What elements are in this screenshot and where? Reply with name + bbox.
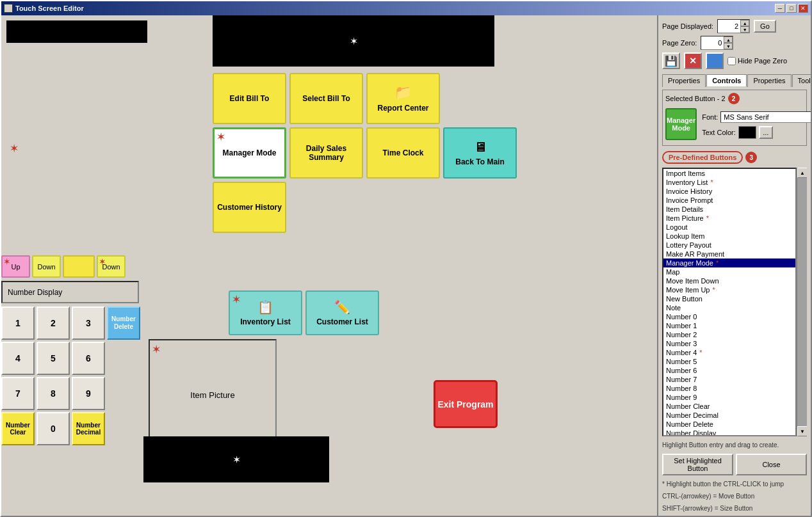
numpad-0[interactable]: 0 xyxy=(37,412,70,445)
predefined-list-item[interactable]: New Button xyxy=(663,294,795,303)
numpad-empty2 xyxy=(107,377,140,410)
list-item-star: * xyxy=(712,286,715,294)
predefined-list-item[interactable]: Number Display xyxy=(663,429,795,436)
predefined-list-item[interactable]: Inventory List * xyxy=(663,178,795,187)
predefined-list-item[interactable]: Number 8 xyxy=(663,384,795,393)
text-color-ellipsis-button[interactable]: ... xyxy=(759,126,773,139)
tab-tools[interactable]: Tools xyxy=(792,74,811,87)
predefined-list-item[interactable]: Lottery Payout xyxy=(663,241,795,250)
empty-cell-1 xyxy=(443,73,517,124)
transaction-list-label: ✶ xyxy=(8,143,18,154)
predefined-list-item[interactable]: Number 5 xyxy=(663,357,795,366)
numpad-delete[interactable]: NumberDelete xyxy=(107,306,140,340)
page-displayed-spinner-btns: ▲ ▼ xyxy=(740,20,749,33)
predefined-list-item[interactable]: Number 1 xyxy=(663,321,795,330)
predefined-list-item[interactable]: Lookup Item xyxy=(663,232,795,241)
numpad-4[interactable]: 4 xyxy=(1,342,35,375)
manager-mode-button[interactable]: ✶ Manager Mode xyxy=(213,127,286,179)
text-color-row: Text Color: ... xyxy=(702,126,811,139)
selected-btn-preview: ManagerMode xyxy=(665,108,697,140)
hint-text: Highlight Button entry and drag to creat… xyxy=(662,441,807,449)
titlebar-buttons: ─ □ ✕ xyxy=(775,4,808,13)
predefined-list-item[interactable]: Number Delete xyxy=(663,420,795,429)
set-highlighted-button[interactable]: Set Highlighted Button xyxy=(662,454,733,475)
numpad-clear[interactable]: NumberClear xyxy=(1,412,35,445)
predefined-list-item[interactable]: Map xyxy=(663,267,795,276)
footer-hint-3: SHIFT-(arrowkey) = Size Button xyxy=(662,505,807,512)
hide-page-zero-checkbox[interactable] xyxy=(727,57,736,65)
edit-bill-to-button[interactable]: Edit Bill To xyxy=(213,73,286,124)
predefined-list-item[interactable]: Number Clear xyxy=(663,402,795,411)
up-button[interactable]: ✶ Up xyxy=(1,255,30,278)
go-button[interactable]: Go xyxy=(754,20,776,33)
page-displayed-down-btn[interactable]: ▼ xyxy=(740,26,749,33)
page-displayed-spinner[interactable]: ▲ ▼ xyxy=(717,19,750,33)
page-displayed-up-btn[interactable]: ▲ xyxy=(740,20,749,26)
predefined-list-item[interactable]: Logout xyxy=(663,223,795,232)
predefined-list-item[interactable]: Number 9 xyxy=(663,393,795,402)
numpad-3[interactable]: 3 xyxy=(72,306,105,340)
list-item-star: * xyxy=(699,349,702,356)
predefined-list-item[interactable]: Number 2 xyxy=(663,330,795,339)
font-input[interactable] xyxy=(720,111,811,123)
numpad-8[interactable]: 8 xyxy=(37,377,70,410)
predefined-list-item[interactable]: Number 0 xyxy=(663,312,795,321)
footer-hint-1: * Highlight button the CTRL-CLICK to jum… xyxy=(662,481,807,488)
selected-button-panel: Selected Button - 2 2 ManagerMode Font: … xyxy=(662,90,807,146)
numpad-7[interactable]: 7 xyxy=(1,377,35,410)
down-button-1[interactable]: Down xyxy=(32,255,61,278)
predefined-list-item[interactable]: Number 6 xyxy=(663,366,795,375)
numpad-9[interactable]: 9 xyxy=(72,377,105,410)
select-bill-to-button[interactable]: Select Bill To xyxy=(289,73,363,124)
numpad-1[interactable]: 1 xyxy=(1,306,35,340)
save-icon-button[interactable]: 💾 xyxy=(662,52,680,69)
customer-history-button[interactable]: Customer History xyxy=(213,182,286,233)
report-center-button[interactable]: 📁 Report Center xyxy=(366,73,440,124)
scroll-up-button[interactable]: ▲ xyxy=(797,168,807,178)
list-item-star: * xyxy=(706,214,709,222)
exit-program-button[interactable]: Exit Program xyxy=(434,380,498,428)
predefined-list-item[interactable]: Invoice Prompt xyxy=(663,196,795,205)
page-displayed-input[interactable] xyxy=(718,22,740,31)
daily-sales-button[interactable]: Daily Sales Summary xyxy=(289,127,363,179)
predefined-list-item[interactable]: Import Items xyxy=(663,169,795,178)
inventory-list-button[interactable]: ✶ 📋 Inventory List xyxy=(229,290,302,335)
back-to-main-button[interactable]: 🖥 Back To Main xyxy=(443,127,517,179)
predefined-list-item[interactable]: Item Picture * xyxy=(663,214,795,223)
maximize-button[interactable]: □ xyxy=(786,4,797,13)
predefined-list-item[interactable]: Make AR Payment xyxy=(663,250,795,258)
predefined-list-item[interactable]: Number 7 xyxy=(663,375,795,384)
numpad-2[interactable]: 2 xyxy=(37,306,70,340)
predefined-list-item[interactable]: Note xyxy=(663,303,795,312)
close-button[interactable]: ✕ xyxy=(798,4,808,13)
tab-properties-2[interactable]: Properties xyxy=(747,74,791,87)
predefined-list-item[interactable]: Manager Mode * xyxy=(663,258,795,267)
down-button-2[interactable]: ✶ Down xyxy=(97,255,126,278)
minimize-button[interactable]: ─ xyxy=(775,4,785,13)
time-clock-button[interactable]: Time Clock xyxy=(366,127,440,179)
predefined-list-item[interactable]: Move Item Up * xyxy=(663,285,795,294)
page-zero-spinner[interactable]: ▲ ▼ xyxy=(701,36,733,50)
scroll-down-button[interactable]: ▼ xyxy=(797,426,807,436)
customer-list-button[interactable]: ✏️ Customer List xyxy=(305,290,379,335)
page-zero-up-btn[interactable]: ▲ xyxy=(724,36,733,43)
predefined-list-item[interactable]: Item Details xyxy=(663,205,795,214)
numpad-decimal[interactable]: NumberDecimal xyxy=(72,412,105,445)
page-zero-down-btn[interactable]: ▼ xyxy=(724,43,733,49)
tab-properties-1[interactable]: Properties xyxy=(662,74,706,87)
predefined-list-item[interactable]: Number Decimal xyxy=(663,411,795,420)
predefined-list-item[interactable]: Number 4 * xyxy=(663,348,795,357)
close-button-panel[interactable]: Close xyxy=(736,454,807,475)
numpad-5[interactable]: 5 xyxy=(37,342,70,375)
predefined-list-item[interactable]: Move Item Down xyxy=(663,276,795,285)
color-icon-button[interactable] xyxy=(706,52,724,69)
tab-controls[interactable]: Controls xyxy=(706,74,747,87)
page-zero-input[interactable] xyxy=(701,38,724,47)
numpad-6[interactable]: 6 xyxy=(72,342,105,375)
yellow-spacer xyxy=(63,255,95,278)
text-color-label: Text Color: xyxy=(702,129,736,136)
delete-icon-button[interactable]: ✕ xyxy=(684,52,702,69)
predefined-list-item[interactable]: Invoice History xyxy=(663,187,795,196)
text-color-swatch[interactable] xyxy=(738,126,756,139)
predefined-list-item[interactable]: Number 3 xyxy=(663,339,795,348)
